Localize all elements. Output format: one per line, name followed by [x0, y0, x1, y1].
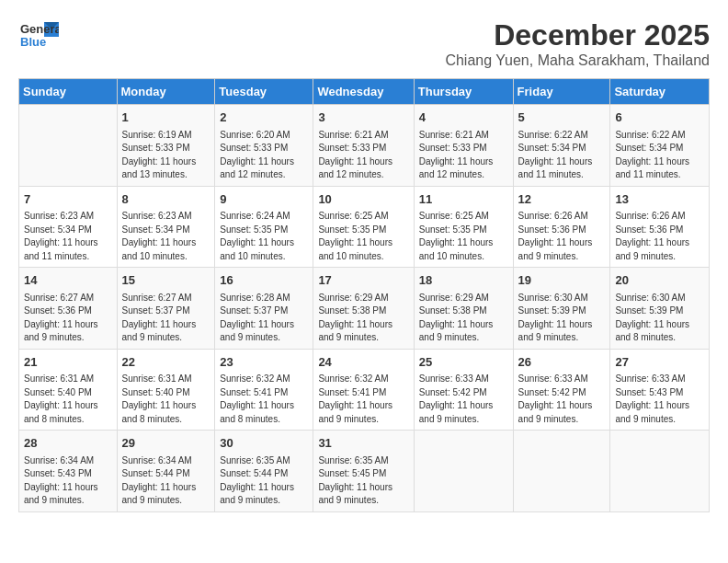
day-number: 6	[615, 109, 704, 127]
calendar-cell: 10Sunrise: 6:25 AM Sunset: 5:35 PM Dayli…	[313, 186, 414, 268]
day-info: Sunrise: 6:33 AM Sunset: 5:43 PM Dayligh…	[615, 373, 704, 426]
day-number: 16	[220, 271, 308, 290]
day-number: 2	[220, 109, 308, 127]
day-number: 8	[122, 190, 210, 209]
day-number: 12	[518, 190, 606, 209]
day-number: 9	[220, 190, 308, 209]
day-number: 22	[122, 353, 210, 372]
title-section: December 2025 Chiang Yuen, Maha Sarakham…	[445, 18, 710, 69]
calendar-cell: 23Sunrise: 6:32 AM Sunset: 5:41 PM Dayli…	[215, 349, 313, 431]
day-number: 18	[419, 271, 508, 290]
calendar-cell: 22Sunrise: 6:31 AM Sunset: 5:40 PM Dayli…	[117, 349, 215, 431]
day-info: Sunrise: 6:26 AM Sunset: 5:36 PM Dayligh…	[518, 210, 606, 263]
day-number: 20	[615, 271, 704, 290]
day-number: 27	[615, 353, 704, 372]
calendar-cell	[610, 431, 710, 512]
day-info: Sunrise: 6:25 AM Sunset: 5:35 PM Dayligh…	[419, 210, 508, 263]
calendar-week-row: 7Sunrise: 6:23 AM Sunset: 5:34 PM Daylig…	[19, 186, 710, 268]
day-info: Sunrise: 6:23 AM Sunset: 5:34 PM Dayligh…	[122, 210, 210, 263]
day-number: 17	[318, 271, 408, 290]
header-monday: Monday	[117, 79, 215, 105]
day-info: Sunrise: 6:35 AM Sunset: 5:44 PM Dayligh…	[220, 454, 308, 508]
calendar-cell: 12Sunrise: 6:26 AM Sunset: 5:36 PM Dayli…	[513, 186, 610, 268]
day-info: Sunrise: 6:19 AM Sunset: 5:33 PM Dayligh…	[122, 129, 210, 182]
calendar-cell: 31Sunrise: 6:35 AM Sunset: 5:45 PM Dayli…	[313, 431, 414, 512]
calendar-cell: 20Sunrise: 6:30 AM Sunset: 5:39 PM Dayli…	[610, 268, 710, 350]
day-info: Sunrise: 6:30 AM Sunset: 5:39 PM Dayligh…	[615, 292, 704, 345]
header-tuesday: Tuesday	[215, 79, 313, 105]
calendar-cell: 7Sunrise: 6:23 AM Sunset: 5:34 PM Daylig…	[19, 186, 118, 268]
header-wednesday: Wednesday	[313, 79, 414, 105]
calendar-body: 1Sunrise: 6:19 AM Sunset: 5:33 PM Daylig…	[19, 105, 710, 512]
day-number: 28	[24, 434, 112, 453]
calendar-cell: 17Sunrise: 6:29 AM Sunset: 5:38 PM Dayli…	[313, 268, 414, 350]
calendar-cell: 14Sunrise: 6:27 AM Sunset: 5:36 PM Dayli…	[19, 268, 118, 350]
calendar-cell: 2Sunrise: 6:20 AM Sunset: 5:33 PM Daylig…	[215, 105, 313, 187]
day-info: Sunrise: 6:29 AM Sunset: 5:38 PM Dayligh…	[419, 292, 508, 345]
calendar-week-row: 14Sunrise: 6:27 AM Sunset: 5:36 PM Dayli…	[19, 268, 710, 350]
calendar-cell: 4Sunrise: 6:21 AM Sunset: 5:33 PM Daylig…	[414, 105, 513, 187]
calendar-cell: 9Sunrise: 6:24 AM Sunset: 5:35 PM Daylig…	[215, 186, 313, 268]
day-number: 10	[318, 190, 408, 209]
day-number: 24	[318, 353, 408, 372]
day-number: 15	[122, 271, 210, 290]
calendar-week-row: 28Sunrise: 6:34 AM Sunset: 5:43 PM Dayli…	[19, 431, 710, 512]
day-info: Sunrise: 6:20 AM Sunset: 5:33 PM Dayligh…	[220, 129, 308, 182]
calendar-cell	[513, 431, 610, 512]
day-info: Sunrise: 6:34 AM Sunset: 5:44 PM Dayligh…	[122, 454, 210, 508]
calendar-table: Sunday Monday Tuesday Wednesday Thursday…	[18, 78, 710, 512]
day-info: Sunrise: 6:29 AM Sunset: 5:38 PM Dayligh…	[318, 292, 408, 345]
day-number: 5	[518, 109, 606, 127]
calendar-week-row: 1Sunrise: 6:19 AM Sunset: 5:33 PM Daylig…	[19, 105, 710, 187]
logo-icon: General Blue	[18, 18, 59, 52]
svg-text:Blue: Blue	[20, 35, 46, 49]
day-info: Sunrise: 6:33 AM Sunset: 5:42 PM Dayligh…	[419, 373, 508, 426]
calendar-cell: 3Sunrise: 6:21 AM Sunset: 5:33 PM Daylig…	[313, 105, 414, 187]
day-info: Sunrise: 6:31 AM Sunset: 5:40 PM Dayligh…	[24, 373, 112, 426]
day-info: Sunrise: 6:32 AM Sunset: 5:41 PM Dayligh…	[318, 373, 408, 426]
day-number: 29	[122, 434, 210, 453]
calendar-cell: 13Sunrise: 6:26 AM Sunset: 5:36 PM Dayli…	[610, 186, 710, 268]
day-info: Sunrise: 6:30 AM Sunset: 5:39 PM Dayligh…	[518, 292, 606, 345]
day-info: Sunrise: 6:26 AM Sunset: 5:36 PM Dayligh…	[615, 210, 704, 263]
month-title: December 2025	[445, 18, 710, 52]
calendar-cell: 5Sunrise: 6:22 AM Sunset: 5:34 PM Daylig…	[513, 105, 610, 187]
page-header: General Blue December 2025 Chiang Yuen, …	[18, 18, 710, 69]
calendar-cell: 24Sunrise: 6:32 AM Sunset: 5:41 PM Dayli…	[313, 349, 414, 431]
day-number: 7	[24, 190, 112, 209]
calendar-cell	[414, 431, 513, 512]
calendar-cell: 18Sunrise: 6:29 AM Sunset: 5:38 PM Dayli…	[414, 268, 513, 350]
calendar-cell: 1Sunrise: 6:19 AM Sunset: 5:33 PM Daylig…	[117, 105, 215, 187]
day-info: Sunrise: 6:28 AM Sunset: 5:37 PM Dayligh…	[220, 292, 308, 345]
day-number: 1	[122, 109, 210, 127]
calendar-week-row: 21Sunrise: 6:31 AM Sunset: 5:40 PM Dayli…	[19, 349, 710, 431]
day-number: 4	[419, 109, 508, 127]
calendar-cell: 28Sunrise: 6:34 AM Sunset: 5:43 PM Dayli…	[19, 431, 118, 512]
day-info: Sunrise: 6:21 AM Sunset: 5:33 PM Dayligh…	[318, 129, 408, 182]
calendar-header-row: Sunday Monday Tuesday Wednesday Thursday…	[19, 79, 710, 105]
day-info: Sunrise: 6:25 AM Sunset: 5:35 PM Dayligh…	[318, 210, 408, 263]
day-number: 14	[24, 271, 112, 290]
calendar-cell: 27Sunrise: 6:33 AM Sunset: 5:43 PM Dayli…	[610, 349, 710, 431]
calendar-cell: 19Sunrise: 6:30 AM Sunset: 5:39 PM Dayli…	[513, 268, 610, 350]
calendar-cell: 16Sunrise: 6:28 AM Sunset: 5:37 PM Dayli…	[215, 268, 313, 350]
day-info: Sunrise: 6:27 AM Sunset: 5:37 PM Dayligh…	[122, 292, 210, 345]
calendar-cell: 30Sunrise: 6:35 AM Sunset: 5:44 PM Dayli…	[215, 431, 313, 512]
day-info: Sunrise: 6:23 AM Sunset: 5:34 PM Dayligh…	[24, 210, 112, 263]
day-info: Sunrise: 6:24 AM Sunset: 5:35 PM Dayligh…	[220, 210, 308, 263]
day-info: Sunrise: 6:22 AM Sunset: 5:34 PM Dayligh…	[615, 129, 704, 182]
calendar-cell: 26Sunrise: 6:33 AM Sunset: 5:42 PM Dayli…	[513, 349, 610, 431]
calendar-cell: 21Sunrise: 6:31 AM Sunset: 5:40 PM Dayli…	[19, 349, 118, 431]
day-number: 13	[615, 190, 704, 209]
day-number: 11	[419, 190, 508, 209]
calendar-cell: 25Sunrise: 6:33 AM Sunset: 5:42 PM Dayli…	[414, 349, 513, 431]
day-info: Sunrise: 6:31 AM Sunset: 5:40 PM Dayligh…	[122, 373, 210, 426]
header-saturday: Saturday	[610, 79, 710, 105]
day-number: 31	[318, 434, 408, 453]
day-number: 19	[518, 271, 606, 290]
day-number: 26	[518, 353, 606, 372]
day-info: Sunrise: 6:35 AM Sunset: 5:45 PM Dayligh…	[318, 454, 408, 508]
header-thursday: Thursday	[414, 79, 513, 105]
day-number: 25	[419, 353, 508, 372]
day-info: Sunrise: 6:34 AM Sunset: 5:43 PM Dayligh…	[24, 454, 112, 508]
